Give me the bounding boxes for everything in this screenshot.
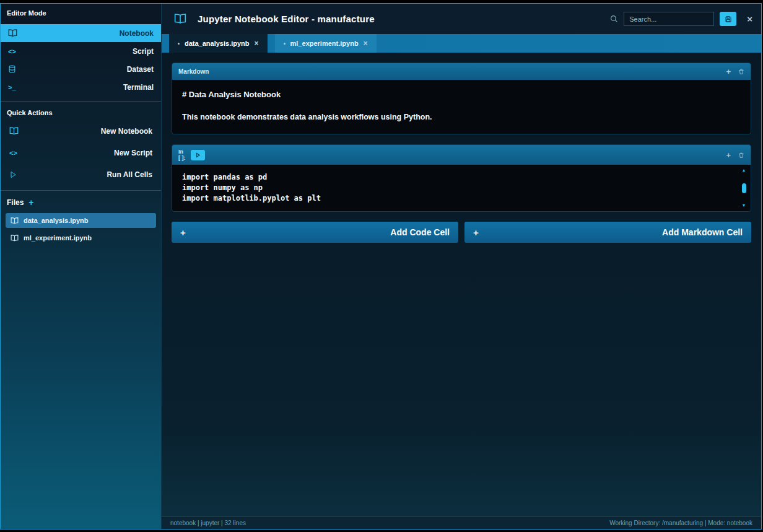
cell-actions: + [726,67,744,76]
quick-action-label: New Notebook [101,127,152,136]
scroll-up-icon[interactable]: ▴ [743,168,745,173]
header-actions: × [610,12,752,26]
tab-close-icon[interactable]: × [364,39,368,48]
quick-action-label: Run All Cells [107,170,152,179]
file-item-ml-experiment[interactable]: ml_experiment.ipynb [6,230,156,245]
code-cell: In [ ]: + [172,144,751,212]
markdown-heading: # Data Analysis Notebook [182,90,741,99]
tab-bar: data_analysis.ipynb × ml_experiment.ipyn… [162,34,761,53]
tab-close-icon[interactable]: × [255,39,259,48]
terminal-icon: >_ [8,84,22,91]
cell-type-label: Markdown [178,68,209,75]
add-file-button[interactable]: + [28,199,33,206]
tab-marker-dot [284,43,286,45]
trash-icon[interactable] [738,152,744,159]
scrollbar-thumb[interactable] [742,183,746,193]
cell-actions: + [726,150,744,160]
sidebar: Editor Mode Notebook <> Script [1,4,162,529]
markdown-cell-body[interactable]: # Data Analysis Notebook This notebook d… [172,80,751,134]
run-cell-button[interactable] [191,150,205,160]
code-cell-header: In [ ]: + [172,145,751,165]
quick-action-label: New Script [114,149,152,157]
notebook-icon [9,127,19,135]
sidebar-item-label: Dataset [127,65,154,74]
play-icon [9,171,17,178]
add-code-cell-label: Add Code Cell [390,227,450,237]
files-header: Files + [1,191,161,212]
notebook-content: Markdown + # Data Analysis Notebook This… [162,53,761,516]
files-title: Files [7,198,24,207]
prompt-line-2: [ ]: [178,155,186,161]
notebook-icon [174,14,186,24]
markdown-paragraph: This notebook demonstrates data analysis… [182,113,741,121]
code-icon: <> [8,48,22,55]
scroll-down-icon[interactable]: ▾ [743,203,745,208]
status-left-text: notebook | jupyter | 32 lines [170,520,246,526]
add-cell-icon[interactable]: + [726,150,731,160]
add-code-cell-button[interactable]: + Add Code Cell [172,222,458,243]
sidebar-title: Editor Mode [1,4,161,24]
file-item-label: ml_experiment.ipynb [24,234,92,242]
sidebar-item-terminal[interactable]: >_ Terminal [1,78,161,96]
prompt-line-1: In [178,149,186,155]
sidebar-item-label: Notebook [120,29,154,38]
main-header: Jupyter Notebook Editor - manufacture [162,4,761,34]
sidebar-item-label: Script [133,47,154,56]
play-icon [195,152,201,158]
close-button[interactable]: × [747,14,752,24]
sidebar-item-notebook[interactable]: Notebook [1,24,161,42]
sidebar-item-label: Terminal [123,83,154,92]
notebook-icon [11,217,19,224]
execution-prompt: In [ ]: [178,149,186,161]
page-title: Jupyter Notebook Editor - manufacture [198,14,375,24]
add-cell-icon[interactable]: + [726,67,731,76]
save-button[interactable] [720,12,736,26]
tab-marker-dot [178,43,180,45]
tab-label: data_analysis.ipynb [185,40,250,47]
tab-ml-experiment[interactable]: ml_experiment.ipynb × [275,34,377,53]
code-line: import matplotlib.pyplot as plt [182,193,733,204]
code-line: import pandas as pd [182,172,733,183]
tab-label: ml_experiment.ipynb [290,40,359,47]
add-cell-row: + Add Code Cell + Add Markdown Cell [172,222,751,243]
quick-action-run-all-cells[interactable]: Run All Cells [1,164,161,185]
plus-icon: + [473,227,479,238]
markdown-cell-header: Markdown + [172,63,751,80]
status-bar: notebook | jupyter | 32 lines Working Di… [162,516,761,529]
code-icon: <> [9,149,17,157]
notebook-icon [11,235,19,242]
sidebar-item-dataset[interactable]: Dataset [1,60,161,78]
plus-icon: + [180,227,186,238]
notebook-icon [8,29,22,37]
code-line: import numpy as np [182,183,733,193]
code-editor[interactable]: import pandas as pd import numpy as np i… [172,165,751,211]
add-markdown-cell-button[interactable]: + Add Markdown Cell [464,222,751,243]
code-scrollbar[interactable]: ▴ ▾ [740,168,748,208]
quick-action-new-script[interactable]: <> New Script [1,142,161,164]
status-right-text: Working Directory: /manufacturing | Mode… [609,520,752,526]
add-markdown-cell-label: Add Markdown Cell [662,227,743,237]
sidebar-item-script[interactable]: <> Script [1,42,161,60]
main-panel: Jupyter Notebook Editor - manufacture [162,4,761,529]
dataset-icon [8,65,22,73]
tab-data-analysis[interactable]: data_analysis.ipynb × [169,34,268,53]
search-input[interactable] [624,12,714,26]
floppy-icon [725,15,732,23]
app-window: Editor Mode Notebook <> Script [0,3,762,530]
search-icon [610,15,618,23]
trash-icon[interactable] [738,68,744,75]
file-item-label: data_analysis.ipynb [24,217,89,224]
markdown-cell: Markdown + # Data Analysis Notebook This… [172,63,751,134]
quick-actions-title: Quick Actions [1,102,161,120]
file-item-data-analysis[interactable]: data_analysis.ipynb [6,213,156,228]
quick-action-new-notebook[interactable]: New Notebook [1,120,161,142]
